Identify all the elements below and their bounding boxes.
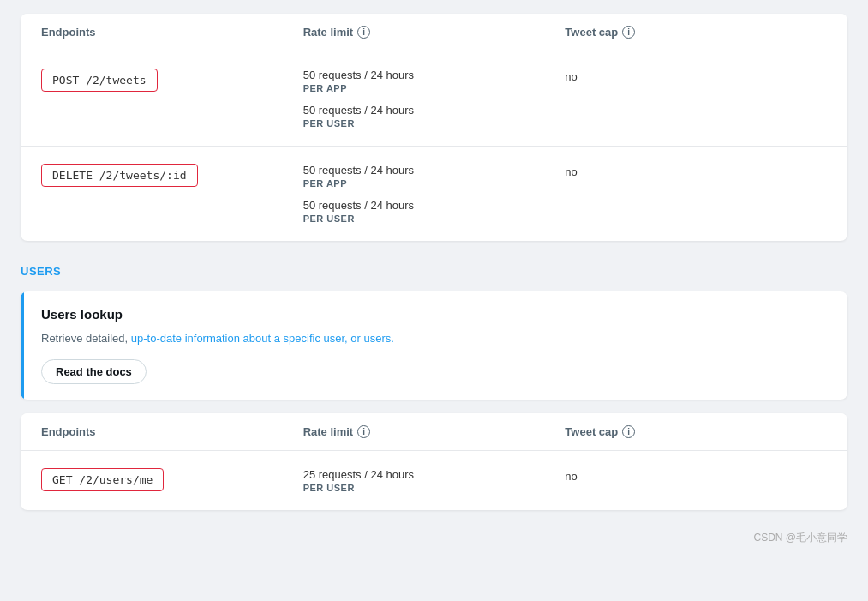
tweet-cap-header-label: Tweet cap [565, 425, 618, 438]
rate-limit-header-label: Rate limit [303, 425, 354, 438]
endpoints-header: Endpoints [41, 425, 303, 438]
rate-value: 50 requests / 24 hours [303, 164, 566, 177]
rate-label: PER USER [303, 483, 566, 493]
endpoint-cell: GET /2/users/me [41, 468, 303, 491]
endpoint-cell: DELETE /2/tweets/:id [41, 164, 303, 187]
endpoints-header-label: Endpoints [41, 425, 96, 438]
rate-limit-header: Rate limit i [303, 26, 566, 39]
tweet-cap-header: Tweet cap i [565, 26, 827, 39]
rate-entry: 50 requests / 24 hours PER APP [303, 164, 566, 189]
table-row: DELETE /2/tweets/:id 50 requests / 24 ho… [21, 147, 847, 241]
users-info-card: Users lookup Retrieve detailed, up-to-da… [21, 291, 847, 400]
rate-entry: 25 requests / 24 hours PER USER [303, 468, 566, 493]
rate-limit-header-label: Rate limit [303, 26, 354, 39]
rate-limit-cell: 25 requests / 24 hours PER USER [303, 468, 566, 493]
rate-entry: 50 requests / 24 hours PER APP [303, 69, 566, 93]
rate-label: PER USER [303, 213, 566, 224]
tweet-cap-info-icon[interactable]: i [622, 26, 635, 39]
users-section-title: Users [0, 255, 868, 285]
rate-label: PER USER [303, 118, 566, 129]
endpoint-badge: GET /2/users/me [41, 468, 164, 491]
endpoint-badge: DELETE /2/tweets/:id [41, 164, 198, 187]
table-row: POST /2/tweets 50 requests / 24 hours PE… [21, 51, 847, 147]
tweet-cap-header-label: Tweet cap [565, 26, 618, 39]
read-docs-button[interactable]: Read the docs [41, 359, 147, 384]
tweet-cap-cell: no [565, 69, 827, 83]
tweet-cap-cell: no [565, 468, 827, 483]
rate-limit-info-icon[interactable]: i [357, 26, 370, 39]
rate-limit-cell: 50 requests / 24 hours PER APP 50 reques… [303, 69, 566, 129]
users-table-header: Endpoints Rate limit i Tweet cap i [21, 413, 847, 451]
endpoint-cell: POST /2/tweets [41, 69, 303, 92]
rate-entry: 50 requests / 24 hours PER USER [303, 104, 566, 129]
endpoint-badge: POST /2/tweets [41, 69, 158, 92]
table-row: GET /2/users/me 25 requests / 24 hours P… [21, 451, 847, 510]
rate-limit-header: Rate limit i [303, 425, 566, 438]
rate-label: PER APP [303, 83, 566, 93]
rate-limit-info-icon[interactable]: i [357, 425, 370, 438]
rate-entry: 50 requests / 24 hours PER USER [303, 199, 566, 224]
rate-value: 50 requests / 24 hours [303, 199, 566, 212]
users-table-card: Endpoints Rate limit i Tweet cap i GET /… [21, 413, 847, 510]
tweet-cap-info-icon[interactable]: i [622, 425, 635, 438]
info-card-description: Retrieve detailed, up-to-date informatio… [41, 330, 830, 347]
rate-value: 50 requests / 24 hours [303, 104, 566, 117]
rate-value: 50 requests / 24 hours [303, 69, 566, 81]
tweet-cap-header: Tweet cap i [565, 425, 827, 438]
info-card-content: Users lookup Retrieve detailed, up-to-da… [24, 291, 847, 400]
page-container: Endpoints Rate limit i Tweet cap i POST … [0, 0, 868, 601]
rate-value: 25 requests / 24 hours [303, 468, 566, 481]
info-card-link[interactable]: up-to-date information about a specific … [131, 332, 394, 345]
info-card-title: Users lookup [41, 307, 830, 322]
rate-label: PER APP [303, 178, 566, 189]
endpoints-header: Endpoints [41, 26, 303, 39]
endpoints-header-label: Endpoints [41, 26, 96, 39]
tweets-section-card: Endpoints Rate limit i Tweet cap i POST … [21, 14, 847, 241]
watermark: CSDN @毛小意同学 [0, 524, 868, 549]
tweets-table-header: Endpoints Rate limit i Tweet cap i [21, 14, 847, 51]
tweet-cap-cell: no [565, 164, 827, 178]
rate-limit-cell: 50 requests / 24 hours PER APP 50 reques… [303, 164, 566, 224]
